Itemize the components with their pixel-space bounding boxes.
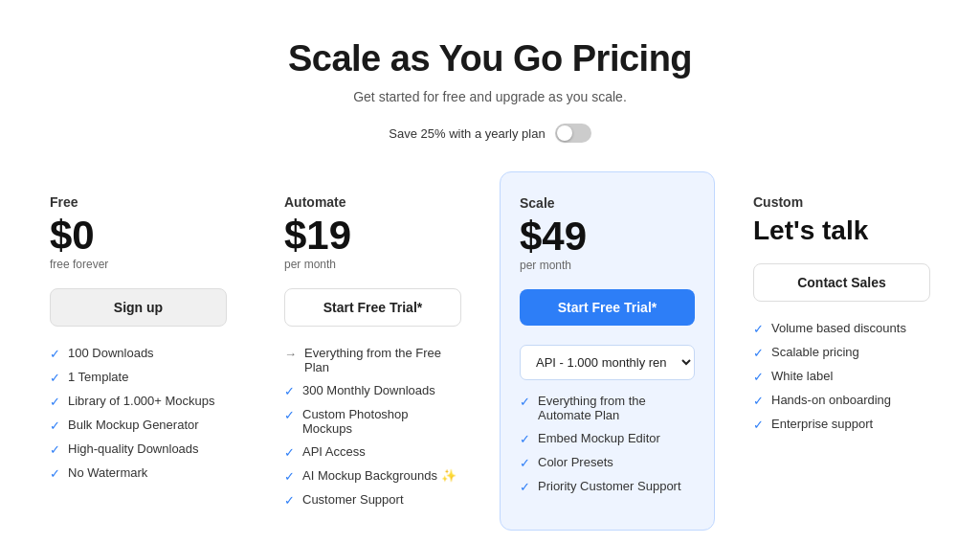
check-icon: ✓ [50, 442, 60, 457]
list-item: ✓Bulk Mockup Generator [50, 418, 227, 433]
list-item: ✓Library of 1.000+ Mockups [50, 394, 227, 409]
check-icon: ✓ [284, 408, 295, 422]
plan-card-automate: Automate$19per monthStart Free Trial*→Ev… [265, 171, 480, 531]
feature-text: Hands-on onboarding [771, 393, 891, 407]
check-icon: ✓ [753, 370, 764, 384]
list-item: ✓300 Monthly Downloads [284, 383, 461, 398]
list-item: ✓Priority Customer Support [520, 479, 695, 494]
check-icon: ✓ [284, 445, 295, 460]
plan-price-sub-scale: per month [520, 259, 695, 272]
check-icon: ✓ [284, 384, 295, 398]
plan-price-scale: $49 [520, 216, 695, 257]
list-item: ✓API Access [284, 444, 461, 460]
feature-text: Priority Customer Support [538, 479, 681, 493]
pricing-grid: Free$0free foreverSign up✓100 Downloads✓… [31, 171, 949, 531]
yearly-toggle-label: Save 25% with a yearly plan [389, 126, 545, 141]
plan-price-automate: $19 [284, 215, 461, 256]
feature-text: High-quality Downloads [68, 441, 199, 456]
plan-card-scale: Scale$49per monthStart Free Trial*API - … [500, 171, 715, 531]
list-item: ✓Volume based discounts [753, 321, 930, 336]
plan-button-custom[interactable]: Contact Sales [753, 263, 930, 302]
yearly-toggle-row: Save 25% with a yearly plan [389, 124, 590, 143]
list-item: →Everything from the Free Plan [284, 346, 461, 374]
page-title: Scale as You Go Pricing [288, 38, 692, 79]
feature-text: Scalable pricing [771, 345, 859, 359]
feature-text: Everything from the Automate Plan [538, 394, 695, 422]
feature-text: Color Presets [538, 455, 613, 469]
plan-features-scale: ✓Everything from the Automate Plan✓Embed… [520, 394, 695, 494]
plan-price-sub-free: free forever [50, 258, 227, 271]
plan-name-free: Free [50, 194, 227, 210]
plan-button-free[interactable]: Sign up [50, 288, 227, 327]
plan-features-automate: →Everything from the Free Plan✓300 Month… [284, 346, 461, 508]
check-icon: ✓ [50, 419, 60, 433]
list-item: ✓Scalable pricing [753, 345, 930, 360]
feature-text: Bulk Mockup Generator [68, 418, 199, 432]
feature-text: Everything from the Free Plan [304, 346, 461, 374]
plan-name-automate: Automate [284, 194, 461, 210]
arrow-icon: → [284, 347, 297, 361]
plan-name-scale: Scale [520, 195, 695, 211]
check-icon: ✓ [520, 480, 530, 494]
plan-card-free: Free$0free foreverSign up✓100 Downloads✓… [31, 171, 246, 531]
page-subtitle: Get started for free and upgrade as you … [353, 89, 627, 104]
plan-features-free: ✓100 Downloads✓1 Template✓Library of 1.0… [50, 346, 227, 481]
toggle-knob [557, 125, 572, 141]
check-icon: ✓ [753, 322, 764, 336]
list-item: ✓Customer Support [284, 492, 461, 508]
check-icon: ✓ [753, 346, 764, 360]
feature-text: Customer Support [302, 492, 404, 507]
check-icon: ✓ [50, 347, 60, 361]
list-item: ✓High-quality Downloads [50, 441, 227, 457]
list-item: ✓Embed Mockup Editor [520, 431, 695, 446]
list-item: ✓AI Mockup Backgrounds ✨ [284, 468, 461, 484]
plan-card-custom: CustomLet's talkContact Sales✓Volume bas… [734, 171, 949, 531]
check-icon: ✓ [50, 395, 60, 409]
list-item: ✓100 Downloads [50, 346, 227, 361]
list-item: ✓1 Template [50, 370, 227, 385]
feature-text: White label [771, 369, 833, 383]
check-icon: ✓ [50, 466, 60, 481]
plan-price-free: $0 [50, 215, 227, 256]
check-icon: ✓ [520, 456, 530, 470]
list-item: ✓White label [753, 369, 930, 384]
feature-text: AI Mockup Backgrounds ✨ [302, 468, 457, 483]
feature-text: API Access [302, 444, 366, 459]
list-item: ✓No Watermark [50, 465, 227, 481]
list-item: ✓Custom Photoshop Mockups [284, 407, 461, 436]
list-item: ✓Hands-on onboarding [753, 393, 930, 408]
feature-text: Library of 1.000+ Mockups [68, 394, 215, 408]
yearly-toggle[interactable] [555, 124, 591, 143]
feature-text: Volume based discounts [771, 321, 906, 335]
feature-text: Embed Mockup Editor [538, 431, 660, 445]
list-item: ✓Enterprise support [753, 417, 930, 432]
feature-text: 1 Template [68, 370, 128, 384]
check-icon: ✓ [753, 394, 764, 408]
plan-dropdown-scale[interactable]: API - 1.000 monthly rendersAPI - 5.000 m… [520, 345, 695, 380]
check-icon: ✓ [520, 432, 530, 446]
list-item: ✓Color Presets [520, 455, 695, 470]
check-icon: ✓ [753, 418, 764, 432]
check-icon: ✓ [50, 371, 60, 385]
feature-text: 100 Downloads [68, 346, 154, 360]
plan-button-scale[interactable]: Start Free Trial* [520, 289, 695, 326]
plan-price-sub-automate: per month [284, 258, 461, 271]
plan-features-custom: ✓Volume based discounts✓Scalable pricing… [753, 321, 930, 432]
feature-text: Enterprise support [771, 417, 873, 431]
check-icon: ✓ [284, 493, 295, 508]
feature-text: 300 Monthly Downloads [302, 383, 435, 397]
check-icon: ✓ [284, 469, 295, 484]
feature-text: Custom Photoshop Mockups [302, 407, 461, 436]
list-item: ✓Everything from the Automate Plan [520, 394, 695, 422]
plan-name-custom: Custom [753, 194, 930, 210]
check-icon: ✓ [520, 395, 530, 409]
plan-button-automate[interactable]: Start Free Trial* [284, 288, 461, 327]
plan-price-text-custom: Let's talk [753, 215, 930, 246]
feature-text: No Watermark [68, 465, 147, 480]
